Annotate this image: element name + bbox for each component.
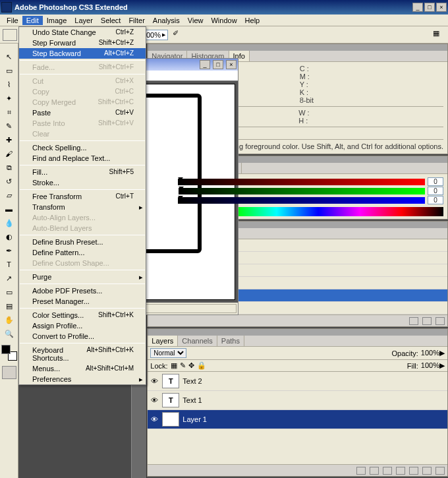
menu-item[interactable]: Preset Manager... [19,296,146,307]
menu-item[interactable]: Purge▸ [19,272,146,282]
adjustment-layer-icon[interactable] [396,467,405,475]
layer-thumbnail: T [162,393,179,407]
b-value[interactable]: 0 [428,196,443,204]
menu-item[interactable]: Adobe PDF Presets... [19,285,146,296]
path-tool-icon[interactable]: ↗ [2,272,16,285]
history-delete-icon[interactable] [435,317,445,325]
lasso-tool-icon[interactable]: ⌇ [2,78,16,91]
menu-item[interactable]: Transform▸ [19,202,146,212]
close-button[interactable]: × [436,3,447,12]
delete-layer-icon[interactable] [435,467,445,475]
menu-item[interactable]: Convert to Profile... [19,331,146,342]
menu-item[interactable]: Step BackwardAlt+Ctrl+Z [19,48,146,59]
blur-tool-icon[interactable]: 💧 [2,216,16,229]
layer-opacity-value[interactable]: 100%▶ [421,349,445,357]
tab-paths[interactable]: Paths [217,336,244,346]
lock-all-icon[interactable]: 🔒 [197,361,206,370]
eraser-tool-icon[interactable]: ▱ [2,189,16,202]
layer-fx-icon[interactable] [370,467,379,475]
notes-tool-icon[interactable]: ▤ [2,299,16,313]
menu-item[interactable]: Check Spelling... [19,142,146,153]
history-snapshot-icon[interactable] [409,317,418,325]
minimize-button[interactable]: _ [412,3,423,12]
visibility-icon: 👁 [150,377,159,385]
menu-item[interactable]: Fill...Shift+F5 [19,167,146,177]
lock-transparency-icon[interactable]: ▦ [171,361,177,370]
doc-minimize-button[interactable]: _ [200,60,210,69]
b-slider[interactable] [178,197,425,204]
tab-layers[interactable]: Layers [148,336,178,346]
menu-item[interactable]: PasteCtrl+V [19,107,146,118]
doc-maximize-button[interactable]: □ [213,60,223,69]
menu-item: CopyCtrl+C [19,86,146,97]
palette-well-icon[interactable]: ▦ [432,28,445,42]
menu-item[interactable]: Define Pattern... [19,247,146,258]
layer-fill-value[interactable]: 100%▶ [421,361,445,370]
menu-item: CutCtrl+X [19,76,146,86]
menu-item[interactable]: Free TransformCtrl+T [19,191,146,202]
menu-item[interactable]: Assign Profile... [19,320,146,331]
link-layers-icon[interactable] [356,467,366,475]
g-slider[interactable] [179,188,425,194]
wand-tool-icon[interactable]: ✦ [2,92,16,105]
dodge-tool-icon[interactable]: ◐ [2,230,16,243]
g-value[interactable]: 0 [428,187,443,195]
type-tool-icon[interactable]: T [2,258,16,271]
layer-mask-icon[interactable] [383,467,392,475]
r-value[interactable]: 0 [428,177,443,186]
doc-close-button[interactable]: × [226,60,237,69]
maximize-button[interactable]: □ [424,3,435,12]
menu-item[interactable]: Preferences▸ [19,374,146,384]
menu-select[interactable]: Select [97,16,125,25]
fg-bg-swatch[interactable] [1,345,17,361]
new-layer-icon[interactable] [422,467,432,475]
menu-item[interactable]: Color Settings...Shift+Ctrl+K [19,310,146,320]
marquee-tool-icon[interactable]: ▭ [2,64,16,77]
airbrush-icon[interactable]: ✐ [172,28,185,42]
blend-mode-select[interactable]: Normal [150,348,186,358]
quickmask-icon[interactable] [2,366,16,379]
menu-view[interactable]: View [184,16,208,25]
app-icon [1,2,12,13]
menu-item[interactable]: Undo State ChangeCtrl+Z [19,27,146,38]
history-brush-tool-icon[interactable]: ↺ [2,175,16,188]
menu-item[interactable]: Find and Replace Text... [19,153,146,164]
tool-preset-icon[interactable] [3,29,17,41]
menu-file[interactable]: File [3,16,22,25]
move-tool-icon[interactable]: ↖ [2,50,16,63]
menu-window[interactable]: Window [207,16,240,25]
layers-panel: Layers Channels Paths Normal Opacity: 10… [147,328,448,477]
menu-edit[interactable]: Edit [22,16,43,25]
lock-paint-icon[interactable]: ✎ [180,361,186,370]
visibility-icon: 👁 [150,396,159,404]
healing-tool-icon[interactable]: ✚ [2,133,16,146]
pen-tool-icon[interactable]: ✒ [2,244,16,257]
menu-item[interactable]: Menus...Alt+Shift+Ctrl+M [19,363,146,374]
menu-image[interactable]: Image [43,16,71,25]
menu-layer[interactable]: Layer [70,16,97,25]
hand-tool-icon[interactable]: ✋ [2,313,16,326]
tab-channels[interactable]: Channels [178,336,217,346]
zoom-tool-icon[interactable]: 🔍 [2,327,16,340]
brush-tool-icon[interactable]: 🖌 [2,147,16,160]
layer-row[interactable]: 👁Layer 1 [148,410,447,429]
menu-item: Auto-Align Layers... [19,212,146,223]
menu-item[interactable]: Keyboard Shortcuts...Alt+Shift+Ctrl+K [19,345,146,363]
menu-item[interactable]: Stroke... [19,177,146,188]
gradient-tool-icon[interactable]: ▬ [2,202,16,216]
menu-item[interactable]: Step ForwardShift+Ctrl+Z [19,38,146,48]
crop-tool-icon[interactable]: ⌗ [2,105,16,119]
menu-filter[interactable]: Filter [125,16,148,25]
layer-row[interactable]: 👁TText 1 [148,391,447,410]
menu-help[interactable]: Help [241,16,264,25]
stamp-tool-icon[interactable]: ⧉ [2,161,16,174]
layer-row[interactable]: 👁TText 2 [148,372,447,391]
shape-tool-icon[interactable]: ▭ [2,285,16,299]
menu-analysis[interactable]: Analysis [149,16,184,25]
eyedropper-tool-icon[interactable]: ✎ [2,119,16,133]
r-slider[interactable] [178,179,425,185]
history-new-icon[interactable] [422,317,432,325]
menu-item[interactable]: Define Brush Preset... [19,237,146,247]
lock-move-icon[interactable]: ✥ [188,361,194,370]
group-icon[interactable] [409,467,418,475]
